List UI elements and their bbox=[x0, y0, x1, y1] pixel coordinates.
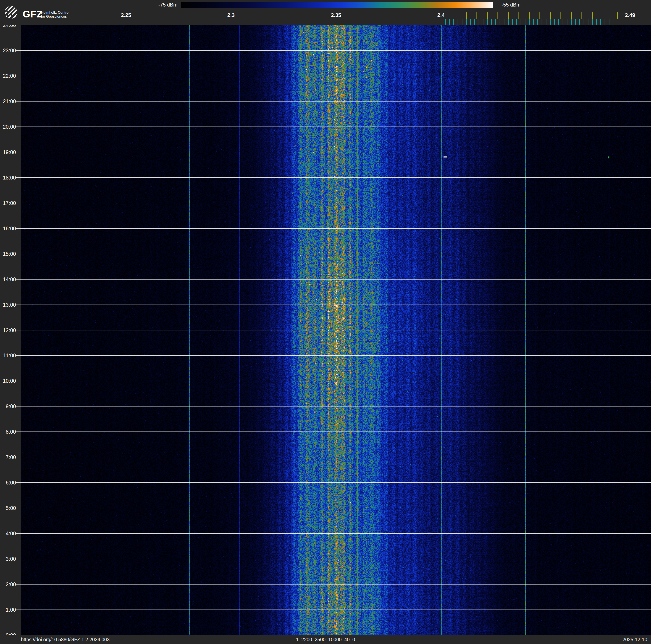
time-label-20:00: 20:00 bbox=[0, 124, 16, 130]
freq-minor-tick-2270 bbox=[168, 19, 168, 25]
hour-gridline-11:00 bbox=[17, 355, 651, 356]
freq-label-2.25: 2.25 bbox=[117, 12, 135, 18]
time-label-18:00: 18:00 bbox=[0, 175, 16, 181]
freq-minor-tick-2240 bbox=[105, 19, 105, 25]
freq-minor-tick-2310 bbox=[252, 19, 252, 25]
hour-gridline-17:00 bbox=[17, 203, 651, 203]
ble-channel-tick-2442 bbox=[529, 19, 530, 25]
hour-gridline-13:00 bbox=[17, 304, 651, 305]
ble-channel-tick-2428 bbox=[500, 19, 500, 25]
ble-channel-tick-2466 bbox=[579, 19, 580, 25]
ble-channel-tick-2464 bbox=[575, 19, 576, 25]
ble-channel-tick-2468 bbox=[584, 19, 584, 25]
ble-channel-tick-2480 bbox=[609, 19, 610, 25]
ble-channel-tick-2444 bbox=[533, 19, 534, 25]
freq-minor-tick-2330 bbox=[294, 19, 294, 25]
time-label-10:00: 10:00 bbox=[0, 378, 16, 384]
freq-label-2.49: 2.49 bbox=[621, 12, 640, 18]
hour-gridline-4:00 bbox=[17, 533, 651, 534]
freq-minor-tick-2260 bbox=[147, 19, 147, 25]
colorbar-max-label: -55 dBm bbox=[501, 2, 521, 8]
time-label-5:00: 5:00 bbox=[0, 505, 16, 511]
hour-gridline-3:00 bbox=[17, 559, 651, 559]
wifi-channel-tick-2452 bbox=[550, 12, 551, 19]
freq-minor-tick-2370 bbox=[378, 19, 378, 25]
hour-gridline-2:00 bbox=[17, 584, 651, 585]
time-label-3:00: 3:00 bbox=[0, 556, 16, 562]
ble-channel-tick-2416 bbox=[474, 19, 475, 25]
hour-gridline-14:00 bbox=[17, 279, 651, 280]
freq-minor-tick-2340 bbox=[315, 19, 315, 25]
time-label-11:00: 11:00 bbox=[0, 352, 16, 358]
ble-channel-tick-2432 bbox=[508, 19, 508, 25]
time-label-17:00: 17:00 bbox=[0, 200, 16, 206]
ble-channel-tick-2446 bbox=[537, 19, 538, 25]
freq-major-tick-2.4 bbox=[441, 18, 441, 25]
ble-channel-tick-2430 bbox=[504, 19, 504, 25]
hour-gridline-22:00 bbox=[17, 76, 651, 76]
time-label-4:00: 4:00 bbox=[0, 530, 16, 536]
hour-gridline-12:00 bbox=[17, 330, 651, 330]
ble-channel-tick-2448 bbox=[541, 19, 542, 25]
hour-gridline-15:00 bbox=[17, 254, 651, 254]
hour-gridline-1:00 bbox=[17, 610, 651, 610]
ble-channel-tick-2450 bbox=[546, 19, 547, 25]
ble-channel-tick-2404 bbox=[449, 19, 450, 25]
ble-channel-tick-2476 bbox=[600, 19, 601, 25]
hour-gridline-18:00 bbox=[17, 177, 651, 178]
ble-channel-tick-2408 bbox=[458, 19, 458, 25]
colorbar-gradient bbox=[181, 2, 493, 8]
time-label-2:00: 2:00 bbox=[0, 581, 16, 587]
hour-gridline-20:00 bbox=[17, 126, 651, 127]
hour-gridline-23:00 bbox=[17, 50, 651, 51]
ble-channel-tick-2470 bbox=[588, 19, 588, 25]
ble-channel-tick-2424 bbox=[491, 19, 492, 25]
dataset-id: 1_2200_2500_10000_40_0 bbox=[0, 637, 651, 643]
time-label-22:00: 22:00 bbox=[0, 73, 16, 79]
ble-channel-tick-2456 bbox=[558, 19, 559, 25]
ble-channel-tick-2478 bbox=[604, 19, 605, 25]
ble-channel-tick-2452 bbox=[550, 19, 551, 25]
time-label-7:00: 7:00 bbox=[0, 454, 16, 460]
gfz-subtitle-line2: for Geosciences bbox=[41, 14, 67, 19]
wifi-channel-tick-2422 bbox=[487, 12, 488, 19]
gfz-subtitle-line1: Helmholtz Centre bbox=[41, 10, 68, 14]
wifi-channel-tick-2484 bbox=[617, 12, 618, 19]
ble-channel-tick-2420 bbox=[483, 19, 484, 25]
freq-major-tick-2.3 bbox=[231, 18, 231, 25]
time-label-1:00: 1:00 bbox=[0, 607, 16, 613]
freq-major-tick-2.35 bbox=[336, 18, 336, 25]
freq-minor-tick-2380 bbox=[399, 19, 399, 25]
time-label-21:00: 21:00 bbox=[0, 98, 16, 105]
ble-channel-tick-2460 bbox=[567, 19, 567, 25]
ble-channel-tick-2462 bbox=[571, 19, 571, 25]
time-label-19:00: 19:00 bbox=[0, 149, 16, 155]
gfz-wordmark: GFZ bbox=[23, 8, 43, 20]
freq-minor-tick-2290 bbox=[210, 19, 210, 25]
time-label-6:00: 6:00 bbox=[0, 480, 16, 486]
ble-channel-tick-2474 bbox=[596, 19, 597, 25]
time-label-13:00: 13:00 bbox=[0, 302, 16, 308]
wifi-channel-tick-2462 bbox=[571, 12, 571, 19]
ble-channel-tick-2406 bbox=[454, 19, 454, 25]
header: GFZ Helmholtz Centrefor Geosciences -75 … bbox=[0, 0, 651, 25]
freq-minor-tick-2360 bbox=[357, 19, 357, 25]
freq-minor-tick-2390 bbox=[420, 19, 420, 25]
colorbar-min-label: -75 dBm bbox=[146, 2, 178, 8]
time-label-15:00: 15:00 bbox=[0, 251, 16, 257]
wifi-channel-tick-2442 bbox=[529, 12, 530, 19]
ble-channel-tick-2454 bbox=[554, 19, 555, 25]
freq-major-tick-2.25 bbox=[126, 18, 126, 25]
time-label-9:00: 9:00 bbox=[0, 403, 16, 409]
hour-gridline-9:00 bbox=[17, 406, 651, 407]
gfz-globe-icon bbox=[4, 6, 18, 19]
freq-label-2.35: 2.35 bbox=[327, 12, 345, 18]
time-label-14:00: 14:00 bbox=[0, 276, 16, 283]
ble-channel-tick-2412 bbox=[466, 19, 467, 25]
freq-label-2.3: 2.3 bbox=[222, 12, 241, 18]
wifi-channel-tick-2472 bbox=[592, 12, 593, 19]
ble-channel-tick-2426 bbox=[495, 19, 496, 25]
time-label-12:00: 12:00 bbox=[0, 327, 16, 333]
hour-gridline-19:00 bbox=[17, 152, 651, 152]
ble-channel-tick-2440 bbox=[525, 19, 525, 25]
